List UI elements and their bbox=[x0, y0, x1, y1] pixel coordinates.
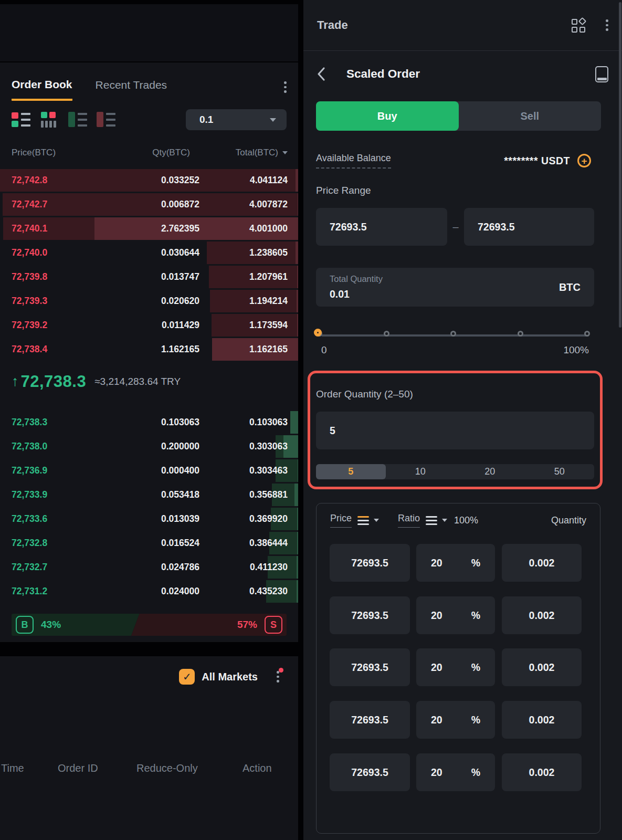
order-ratio-field[interactable]: 20 % bbox=[416, 544, 495, 582]
ratio-filter-icon[interactable] bbox=[426, 516, 437, 525]
order-book-row[interactable]: 72,739.8 0.013747 1.207961 bbox=[0, 265, 298, 289]
column-header-price: Price(BTC) bbox=[12, 148, 102, 158]
view-both-sides-icon[interactable] bbox=[12, 112, 31, 128]
order-price-field[interactable]: 72693.5 bbox=[330, 701, 410, 739]
price-range-to-input[interactable]: 72693.5 bbox=[464, 208, 594, 246]
view-depth-columns-icon[interactable] bbox=[40, 112, 60, 128]
deposit-plus-icon[interactable]: + bbox=[577, 154, 591, 167]
view-asks-only-icon[interactable] bbox=[97, 112, 117, 128]
kebab-menu-icon[interactable] bbox=[277, 671, 279, 682]
slider-tick[interactable] bbox=[584, 331, 590, 337]
precision-dropdown[interactable]: 0.1 bbox=[186, 109, 287, 130]
order-quantity-input[interactable]: 5 bbox=[316, 412, 594, 449]
price-filter-icon[interactable] bbox=[357, 516, 369, 525]
order-price-field[interactable]: 72693.5 bbox=[330, 544, 410, 582]
percent-sign: % bbox=[471, 610, 480, 622]
footer-column[interactable]: Action bbox=[243, 762, 272, 774]
buy-badge: B bbox=[16, 616, 34, 634]
total-quantity-field[interactable]: Total Quantity 0.01 BTC bbox=[316, 268, 594, 307]
back-chevron-icon[interactable] bbox=[317, 67, 325, 81]
slider-tick[interactable] bbox=[450, 331, 456, 337]
row-qty: 0.024000 bbox=[111, 586, 199, 597]
order-ratio-field[interactable]: 20 % bbox=[416, 596, 495, 634]
footer-column[interactable]: Time bbox=[1, 762, 24, 774]
order-book-row[interactable]: 72,742.8 0.033252 4.041124 bbox=[0, 168, 298, 192]
order-quantity-field[interactable]: 0.002 bbox=[502, 544, 582, 582]
row-qty: 0.033252 bbox=[111, 175, 199, 186]
order-book-row[interactable]: 72,733.6 0.013039 0.369920 bbox=[0, 507, 298, 531]
layout-grid-icon[interactable] bbox=[572, 18, 586, 33]
view-bids-only-icon[interactable] bbox=[68, 112, 88, 128]
order-price-field[interactable]: 72693.5 bbox=[330, 753, 410, 791]
scaled-orders-table-header: Price Ratio 100% Quantity bbox=[317, 511, 600, 530]
row-qty: 0.011429 bbox=[111, 320, 199, 331]
price-range-from-input[interactable]: 72693.5 bbox=[316, 208, 447, 246]
chevron-down-icon[interactable] bbox=[442, 519, 447, 522]
slider-tick[interactable] bbox=[518, 331, 523, 337]
order-ratio-field[interactable]: 20 % bbox=[416, 648, 495, 686]
buy-tab[interactable]: Buy bbox=[316, 101, 459, 131]
order-quantity-field[interactable]: 0.002 bbox=[502, 596, 582, 634]
order-book-row[interactable]: 72,732.7 0.024786 0.411230 bbox=[0, 555, 298, 579]
order-book-row[interactable]: 72,740.1 2.762395 4.001000 bbox=[0, 216, 298, 240]
footer-column[interactable]: Reduce-Only bbox=[136, 762, 198, 774]
chevron-down-icon[interactable] bbox=[374, 519, 379, 522]
order-book-row[interactable]: 72,733.9 0.053418 0.356881 bbox=[0, 482, 298, 507]
total-quantity-value[interactable]: 0.01 bbox=[330, 288, 350, 300]
order-book-row[interactable]: 72,731.2 0.024000 0.435230 bbox=[0, 579, 298, 603]
sell-percentage: 57% bbox=[237, 619, 257, 631]
ratio-header[interactable]: Ratio bbox=[398, 513, 420, 528]
notebook-icon[interactable] bbox=[595, 66, 608, 82]
order-book-row[interactable]: 72,738.3 0.103063 0.103063 bbox=[0, 410, 298, 434]
order-book-row[interactable]: 72,742.7 0.006872 4.007872 bbox=[0, 192, 298, 216]
row-total: 0.435230 bbox=[199, 586, 288, 597]
depth-qty-bar bbox=[297, 314, 298, 337]
depth-qty-bar bbox=[297, 556, 298, 579]
order-price-field[interactable]: 72693.5 bbox=[330, 648, 410, 686]
ratio-value: 20 bbox=[431, 610, 442, 622]
all-markets-checkbox[interactable]: ✓ bbox=[179, 669, 195, 685]
slider-tick[interactable] bbox=[384, 331, 389, 337]
row-qty: 0.053418 bbox=[111, 489, 199, 500]
scaled-orders-table: Price Ratio 100% Quantity 72693.5 20 % 0… bbox=[316, 503, 600, 834]
amount-slider[interactable] bbox=[321, 329, 589, 342]
kebab-menu-icon[interactable] bbox=[606, 19, 608, 31]
order-quantity-field[interactable]: 0.002 bbox=[502, 701, 582, 739]
order-price-field[interactable]: 72693.5 bbox=[330, 596, 410, 634]
preset-5[interactable]: 5 bbox=[316, 464, 386, 479]
price-header[interactable]: Price bbox=[330, 513, 352, 528]
tab-order-book[interactable]: Order Book bbox=[12, 78, 72, 101]
preset-10[interactable]: 10 bbox=[386, 464, 456, 479]
order-ratio-field[interactable]: 20 % bbox=[416, 701, 495, 739]
footer-column[interactable]: Order ID bbox=[58, 762, 98, 774]
depth-qty-bar bbox=[294, 484, 298, 506]
tab-recent-trades[interactable]: Recent Trades bbox=[96, 78, 167, 91]
order-book-row[interactable]: 72,740.0 0.030644 1.238605 bbox=[0, 240, 298, 265]
order-book-row[interactable]: 72,736.9 0.000400 0.303463 bbox=[0, 458, 298, 482]
order-book-row[interactable]: 72,739.3 0.020620 1.194214 bbox=[0, 289, 298, 313]
buy-sell-ratio-bar: B 43% 57% S bbox=[12, 614, 287, 636]
row-price: 72,738.4 bbox=[12, 344, 111, 355]
kebab-menu-icon[interactable] bbox=[284, 81, 287, 93]
slider-thumb[interactable] bbox=[314, 329, 322, 337]
sell-tab[interactable]: Sell bbox=[459, 101, 602, 131]
preset-50[interactable]: 50 bbox=[525, 464, 595, 479]
order-book-row[interactable]: 72,738.4 1.162165 1.162165 bbox=[0, 337, 298, 361]
order-book-row[interactable]: 72,732.8 0.016524 0.386444 bbox=[0, 531, 298, 555]
row-qty: 0.030644 bbox=[111, 247, 199, 258]
depth-qty-bar bbox=[290, 411, 298, 434]
row-total: 4.001000 bbox=[199, 223, 288, 234]
depth-qty-bar bbox=[296, 242, 298, 264]
percent-sign: % bbox=[471, 557, 480, 569]
sort-caret-icon[interactable] bbox=[282, 151, 288, 154]
sell-badge: S bbox=[265, 616, 282, 634]
order-book-row[interactable]: 72,738.0 0.200000 0.303063 bbox=[0, 434, 298, 458]
preset-20[interactable]: 20 bbox=[455, 464, 525, 479]
scrollbar[interactable] bbox=[619, 2, 621, 328]
order-book-row[interactable]: 72,739.2 0.011429 1.173594 bbox=[0, 313, 298, 337]
order-ratio-field[interactable]: 20 % bbox=[416, 753, 495, 791]
order-quantity-field[interactable]: 0.002 bbox=[502, 753, 582, 791]
order-quantity-field[interactable]: 0.002 bbox=[502, 648, 582, 686]
last-price[interactable]: 72,738.3 bbox=[21, 372, 87, 391]
row-price: 72,738.0 bbox=[12, 441, 111, 452]
